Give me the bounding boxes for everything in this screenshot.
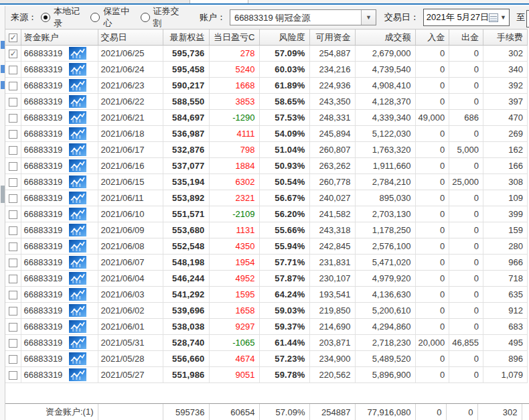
equity-chart-icon[interactable]: [69, 320, 86, 333]
equity-chart-icon[interactable]: [69, 159, 86, 172]
radio-local-records[interactable]: 本地记录: [41, 5, 80, 29]
row-checkbox[interactable]: [9, 355, 17, 364]
account-select[interactable]: 66883319 铜冠金源 ▼: [230, 9, 376, 25]
table-row[interactable]: 66883319 2021/06/11 553,892 2: [5, 190, 528, 206]
equity-chart-icon[interactable]: [69, 143, 86, 156]
table-row[interactable]: 66883319 2021/06/01 538,038 9: [5, 319, 528, 335]
select-all-checkbox[interactable]: [9, 33, 17, 42]
turnover-cell: 1,911,660: [355, 158, 415, 174]
row-checkbox[interactable]: [9, 226, 17, 235]
date-chevron-down-icon[interactable]: ▼: [500, 14, 506, 21]
row-checkbox[interactable]: [9, 178, 17, 187]
row-checkbox[interactable]: [9, 323, 17, 332]
equity-chart-icon[interactable]: [69, 47, 86, 60]
row-checkbox[interactable]: [9, 50, 17, 58]
account-dropdown-button[interactable]: ▼: [361, 10, 376, 25]
equity-chart-icon[interactable]: [69, 256, 86, 269]
deposit-cell: 0: [415, 367, 449, 383]
row-checkbox-cell: [5, 271, 21, 287]
account-label: 账户：: [200, 11, 226, 23]
table-row[interactable]: 66883319 2021/06/16 537,077 1: [5, 158, 528, 174]
row-checkbox[interactable]: [9, 371, 17, 380]
row-checkbox[interactable]: [9, 291, 17, 299]
equity-chart-icon[interactable]: [69, 208, 86, 220]
col-header-account[interactable]: 资金账户: [21, 29, 98, 46]
equity-chart-icon[interactable]: [69, 288, 86, 301]
withdrawal-cell: 0: [449, 367, 483, 383]
table-row[interactable]: 66883319 2021/06/02 539,696 1: [5, 303, 528, 319]
table-row[interactable]: 66883319 2021/05/27 551,986 9: [5, 367, 528, 383]
row-checkbox[interactable]: [9, 339, 17, 348]
row-checkbox[interactable]: [9, 259, 17, 267]
table-row[interactable]: 66883319 2021/06/25 595,736 2: [5, 46, 528, 62]
equity-chart-icon[interactable]: [69, 352, 86, 365]
row-checkbox[interactable]: [9, 82, 17, 90]
equity-chart-icon[interactable]: [69, 272, 86, 285]
table-row[interactable]: 66883319 2021/05/31 528,740 -: [5, 335, 528, 351]
table-row[interactable]: 66883319 2021/06/04 546,244 4: [5, 271, 528, 287]
table-row[interactable]: 66883319 2021/06/24 595,458 5: [5, 62, 528, 78]
col-header-daily-pnl[interactable]: 当日盈亏C: [209, 29, 259, 46]
risk-degree-cell: 60.03%: [259, 62, 309, 78]
equity-chart-icon[interactable]: [69, 95, 86, 108]
table-row[interactable]: 66883319 2021/06/10 551,571 -: [5, 206, 528, 222]
row-checkbox-cell: [5, 303, 21, 319]
equity-chart-icon[interactable]: [69, 336, 86, 349]
col-header-latest-equity[interactable]: 最新权益: [163, 29, 209, 46]
radio-margin-center[interactable]: 保监中心: [90, 5, 129, 29]
row-checkbox[interactable]: [9, 307, 17, 316]
table-row[interactable]: 66883319 2021/06/23 590,217 1: [5, 78, 528, 94]
row-checkbox[interactable]: [9, 130, 17, 139]
withdrawal-cell: 25,000: [449, 174, 483, 190]
withdrawal-cell: 686: [449, 110, 483, 126]
equity-chart-icon[interactable]: [69, 224, 86, 236]
trade-day-cell: 2021/06/03: [98, 287, 163, 303]
table-row[interactable]: 66883319 2021/06/07 548,198 1: [5, 255, 528, 271]
col-header-trade-day[interactable]: 交易日: [98, 29, 163, 46]
equity-chart-icon[interactable]: [69, 79, 86, 92]
table-row[interactable]: 66883319 2021/06/18 536,987 4: [5, 126, 528, 142]
radio-securities-settlement[interactable]: 证券交割: [141, 5, 179, 29]
equity-chart-icon[interactable]: [69, 63, 86, 76]
col-header-risk-degree[interactable]: 风险度: [259, 29, 309, 46]
table-row[interactable]: 66883319 2021/06/15 535,194 6: [5, 174, 528, 190]
table-row[interactable]: 66883319 2021/06/08 552,548 4: [5, 238, 528, 255]
equity-chart-icon[interactable]: [69, 304, 86, 317]
radio-unselected-icon: [141, 13, 150, 22]
row-checkbox[interactable]: [9, 275, 17, 283]
equity-chart-icon[interactable]: [69, 176, 86, 188]
row-checkbox[interactable]: [9, 114, 17, 123]
col-header-withdrawal[interactable]: 出金: [449, 29, 483, 46]
table-row[interactable]: 66883319 2021/06/03 541,292 1: [5, 287, 528, 303]
col-header-turnover[interactable]: 成交额: [355, 29, 415, 46]
row-checkbox[interactable]: [9, 210, 17, 219]
table-row[interactable]: 66883319 2021/06/17 532,876 7: [5, 142, 528, 158]
col-header-fee[interactable]: 手续费: [483, 29, 528, 46]
equity-chart-icon[interactable]: [69, 111, 86, 124]
row-checkbox[interactable]: [9, 66, 17, 74]
row-checkbox[interactable]: [9, 162, 17, 171]
calendar-icon[interactable]: [489, 13, 498, 22]
table-row[interactable]: 66883319 2021/06/09 553,680 1: [5, 222, 528, 238]
withdrawal-cell: 0: [449, 255, 483, 271]
table-row[interactable]: 66883319 2021/06/22 588,550 3: [5, 94, 528, 110]
turnover-cell: 5,122,030: [355, 126, 415, 142]
summary-trade-day-cell: [98, 404, 163, 420]
equity-chart-icon[interactable]: [69, 127, 86, 140]
table-row[interactable]: 66883319 2021/06/21 584,697 -: [5, 110, 528, 126]
trade-date-picker[interactable]: 2021年 5月27日 ▼: [423, 9, 510, 26]
row-checkbox[interactable]: [9, 146, 17, 155]
fee-cell: 159: [483, 222, 528, 238]
row-checkbox[interactable]: [9, 98, 17, 107]
row-checkbox[interactable]: [9, 242, 17, 251]
equity-chart-icon[interactable]: [69, 368, 86, 381]
table-row[interactable]: 66883319 2021/05/28 556,660 4: [5, 351, 528, 367]
col-header-deposit[interactable]: 入金: [415, 29, 449, 46]
row-checkbox[interactable]: [9, 194, 17, 203]
risk-degree-cell: 58.65%: [259, 94, 309, 110]
col-header-available-funds[interactable]: 可用资金: [309, 29, 355, 46]
fee-cell: 308: [483, 174, 528, 190]
account-number: 66883319: [24, 241, 63, 251]
equity-chart-icon[interactable]: [69, 192, 86, 204]
equity-chart-icon[interactable]: [69, 240, 86, 253]
